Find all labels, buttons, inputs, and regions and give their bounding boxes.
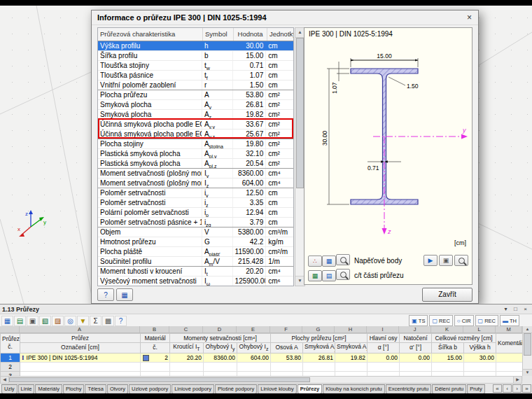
- value-cell[interactable]: 30.00: [464, 353, 496, 362]
- value-cell[interactable]: 19.82: [335, 353, 368, 362]
- section-drawing[interactable]: 15.00 30.00 1.07 1.50 0.71: [306, 39, 470, 239]
- tab[interactable]: Průřezy: [298, 384, 323, 393]
- tab[interactable]: Pruty: [467, 384, 485, 393]
- property-row[interactable]: Účinná smyková plocha podle EC 3Av,y33.6…: [98, 120, 293, 130]
- property-row[interactable]: Smyková plochaAz19.82cm²: [98, 110, 293, 120]
- export-excel-icon[interactable]: ▧: [39, 316, 51, 326]
- tab[interactable]: Klouby na koncích prutu: [323, 384, 384, 393]
- tab[interactable]: Linie: [18, 384, 35, 393]
- stress-table-button[interactable]: ▦: [116, 288, 133, 301]
- property-row[interactable]: ObjemV5380.00cm³/m: [98, 227, 293, 237]
- property-row[interactable]: Moment setrvačnosti (plošný moment 2. st…: [98, 169, 293, 178]
- tab[interactable]: Uzlové podpory: [129, 384, 171, 393]
- empty-cell[interactable]: [432, 362, 464, 371]
- empty-cell[interactable]: [20, 362, 141, 371]
- ct-parts-toggle[interactable]: ▦: [308, 270, 322, 281]
- tab[interactable]: Dělení prutu: [432, 384, 466, 393]
- scroll-left-icon[interactable]: ◀: [1, 377, 9, 383]
- value-cell[interactable]: 26.81: [303, 353, 335, 362]
- empty-cell[interactable]: [303, 362, 335, 371]
- property-row[interactable]: Tloušťka stojinytw0.71cm: [98, 61, 293, 71]
- empty-cell[interactable]: [464, 362, 496, 371]
- value-cell[interactable]: 0.00: [400, 353, 432, 362]
- toggle-ts[interactable]: ▣TS: [409, 315, 428, 326]
- property-row[interactable]: Poloměr setrvačnostiiz3.35cm: [98, 198, 293, 208]
- coordinate-system-button[interactable]: ▣: [439, 255, 453, 266]
- nav-icon[interactable]: ›: [512, 384, 522, 393]
- row-number[interactable]: 1: [1, 353, 20, 362]
- property-row[interactable]: Moment setrvačnosti (plošný moment 2. st…: [98, 178, 293, 188]
- row-number[interactable]: 2: [1, 362, 20, 371]
- nav-icon[interactable]: »: [522, 384, 531, 393]
- help-button[interactable]: ?: [97, 288, 114, 301]
- ct-part-numbers-toggle[interactable]: ▤: [322, 270, 336, 281]
- panel-menu-icon[interactable]: ▾: [501, 306, 510, 312]
- tab[interactable]: Liniové klouby: [258, 384, 297, 393]
- tab[interactable]: Materiály: [35, 384, 62, 393]
- vertical-scrollbar[interactable]: ▲ ▼: [522, 326, 532, 376]
- tab[interactable]: Otvory: [107, 384, 128, 393]
- value-cell[interactable]: 604.00: [237, 353, 271, 362]
- empty-cell[interactable]: [204, 362, 237, 371]
- tab[interactable]: Plochy: [63, 384, 85, 393]
- comment-cell[interactable]: [496, 353, 523, 362]
- nav-icon[interactable]: ‹: [503, 384, 512, 393]
- property-row[interactable]: Plastická smyková plochaApl,y32.10cm²: [98, 149, 293, 159]
- property-row[interactable]: Tloušťka pásnicetf1.07cm: [98, 71, 293, 80]
- property-row[interactable]: Hmotnost průřezuG42.2kg/m: [98, 237, 293, 247]
- edit-table-icon[interactable]: ▦: [1, 316, 13, 326]
- help-icon[interactable]: ?: [115, 316, 127, 326]
- tab[interactable]: Excentricity prutu: [386, 384, 432, 393]
- value-cell[interactable]: 0.00: [368, 353, 400, 362]
- property-row[interactable]: Plastická smyková plochaApl,z20.54cm²: [98, 159, 293, 169]
- pattern-icon[interactable]: ▩: [102, 316, 114, 326]
- property-row[interactable]: Vnitřní poloměr zaoblenír1.50cm: [98, 80, 293, 90]
- value-cell[interactable]: 15.00: [432, 353, 464, 362]
- nav-icon[interactable]: «: [493, 384, 502, 393]
- sum-icon[interactable]: Σ: [90, 316, 102, 326]
- property-row[interactable]: Moment tuhosti v krouceníIt20.20cm⁴: [98, 267, 293, 276]
- import-icon[interactable]: ▨: [52, 316, 64, 326]
- toggle-th[interactable]: ▬TH: [500, 315, 519, 326]
- property-row[interactable]: Poloměr setrvačnostiiy12.50cm: [98, 188, 293, 198]
- property-row[interactable]: Smyková plochaAy26.81cm²: [98, 100, 293, 110]
- pointer-tool-button[interactable]: ▶: [424, 255, 438, 266]
- scrollbar-thumb[interactable]: [524, 333, 531, 356]
- panel-titlebar[interactable]: 1.13 Průřezy ▾□×: [0, 304, 532, 314]
- tab[interactable]: Uzly: [1, 384, 18, 393]
- scrollbar-thumb[interactable]: [296, 38, 304, 188]
- toggle-rec-2[interactable]: ▢REC: [475, 315, 498, 326]
- toggle-cir[interactable]: ○CIR: [454, 315, 474, 326]
- tab[interactable]: Liniové podpory: [172, 384, 214, 393]
- empty-cell[interactable]: [141, 362, 170, 371]
- close-button[interactable]: Zavřít: [422, 288, 472, 302]
- tab[interactable]: Tělesa: [85, 384, 106, 393]
- search-icon[interactable]: ◎: [64, 316, 76, 326]
- property-row[interactable]: Polární poloměr setrvačnostiip12.94cm: [98, 208, 293, 218]
- dialog-close-icon[interactable]: ×: [463, 13, 475, 23]
- property-row[interactable]: Plocha stojinyAstojina19.80cm²: [98, 139, 293, 149]
- dialog-titlebar[interactable]: Informace o průřezu IPE 300 | DIN 1025-5…: [92, 10, 478, 25]
- empty-cell[interactable]: [368, 362, 400, 371]
- value-cell[interactable]: 8360.00: [204, 353, 237, 362]
- empty-cell[interactable]: [496, 362, 523, 371]
- material-cell[interactable]: 2: [141, 353, 170, 362]
- property-row[interactable]: Plocha pláštěAplášť11590.00cm²/m: [98, 247, 293, 257]
- value-cell[interactable]: 20.20: [170, 353, 204, 362]
- empty-cell[interactable]: [271, 362, 303, 371]
- property-row[interactable]: Součinitel profiluAm/V215.4281/m: [98, 257, 293, 267]
- scrollbar-thumb[interactable]: [9, 377, 310, 382]
- zoom-window-button[interactable]: [454, 255, 468, 266]
- section-name-cell[interactable]: IIPE 300 | DIN 1025-5:1994: [20, 353, 141, 362]
- view-table-icon[interactable]: ▤: [14, 316, 26, 326]
- scroll-down-icon[interactable]: ▼: [523, 369, 532, 376]
- stress-point-numbers-toggle[interactable]: ▦: [322, 255, 336, 267]
- value-cell[interactable]: 53.80: [271, 353, 303, 362]
- workspace-canvas[interactable]: z y x Informace o průřezu IPE 300 | DIN …: [0, 6, 532, 393]
- property-row[interactable]: Šířka profilub15.00cm: [98, 51, 293, 61]
- stress-points-toggle[interactable]: ∴: [308, 255, 322, 267]
- stress-points-zoom-button[interactable]: [336, 254, 350, 265]
- empty-cell[interactable]: [400, 362, 432, 371]
- property-row[interactable]: Výška profiluh30.00cm: [98, 41, 293, 51]
- empty-cell[interactable]: [335, 362, 368, 371]
